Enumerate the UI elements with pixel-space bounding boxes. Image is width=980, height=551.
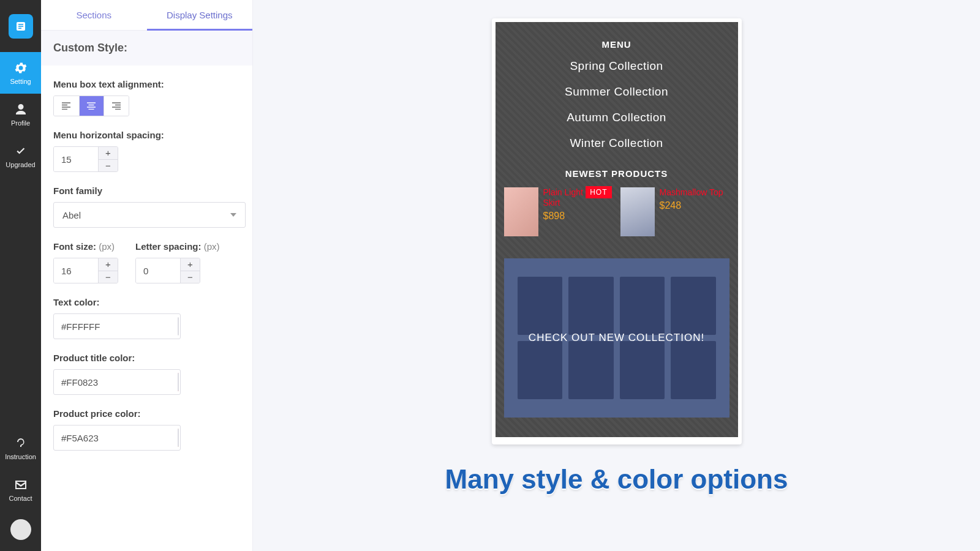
user-avatar[interactable] [10, 519, 31, 540]
hot-badge: HOT [586, 186, 611, 198]
alignment-label: Menu box text alignment: [53, 79, 240, 89]
textcolor-label: Text color: [53, 297, 240, 307]
align-center-icon [87, 102, 96, 110]
textcolor-field [53, 313, 181, 339]
preview-banner[interactable]: CHECK OUT NEW COLLECTION! [504, 258, 729, 418]
rail-instruction[interactable]: Instruction [0, 427, 41, 469]
banner-text: CHECK OUT NEW COLLECTION! [529, 332, 704, 344]
left-rail: Setting Profile Upgraded Instruction Con… [0, 0, 41, 551]
hspacing-stepper: + − [53, 146, 118, 172]
preview-menu-item[interactable]: Summer Collection [504, 85, 729, 99]
pricecolor-input[interactable] [61, 433, 178, 443]
letterspacing-increment[interactable]: + [181, 258, 200, 271]
hspacing-input[interactable] [54, 147, 98, 171]
preview-menu-item[interactable]: Spring Collection [504, 59, 729, 73]
rail-profile[interactable]: Profile [0, 94, 41, 135]
fontsize-stepper: + − [53, 258, 118, 283]
fontsize-label: Font size: (px) [53, 241, 118, 252]
fontsize-input[interactable] [54, 258, 98, 283]
svg-rect-2 [18, 26, 23, 27]
tab-display-settings[interactable]: Display Settings [147, 0, 253, 30]
tab-sections[interactable]: Sections [41, 0, 147, 30]
fontsize-increment[interactable]: + [99, 258, 118, 271]
pricecolor-label: Product price color: [53, 408, 240, 419]
fontfamily-value: Abel [62, 210, 81, 220]
align-right-icon [112, 102, 121, 110]
align-left-icon [62, 102, 70, 110]
alignment-group [53, 96, 129, 116]
question-icon [13, 436, 28, 451]
rail-label: Upgraded [6, 161, 35, 168]
section-header: Custom Style: [41, 31, 252, 66]
logo-icon [9, 14, 33, 39]
rail-label: Profile [11, 119, 30, 127]
product-thumb [620, 187, 655, 236]
product-title: Mashmallow Top [660, 187, 723, 198]
rail-label: Instruction [5, 453, 36, 460]
preview-menu-item[interactable]: Winter Collection [504, 137, 729, 150]
hspacing-increment[interactable]: + [99, 147, 118, 159]
fontfamily-select[interactable]: Abel [53, 202, 246, 228]
rail-label: Contact [9, 495, 32, 502]
app-logo [0, 0, 41, 52]
letterspacing-label: Letter spacing: (px) [135, 241, 220, 252]
letterspacing-input[interactable] [136, 258, 180, 283]
preview-canvas: MENU Spring Collection Summer Collection… [253, 0, 980, 551]
align-left-button[interactable] [54, 96, 79, 116]
preview-product[interactable]: Plain Light Coral Skirt $898 HOT [504, 187, 613, 236]
settings-panel: Sections Display Settings Custom Style: … [41, 0, 253, 551]
titlecolor-field [53, 369, 181, 395]
user-icon [13, 102, 28, 117]
chevron-down-icon [230, 213, 236, 217]
letterspacing-stepper: + − [135, 258, 200, 283]
check-icon [13, 144, 28, 159]
preview-newest-heading: NEWEST PRODUCTS [504, 168, 729, 179]
hspacing-decrement[interactable]: − [99, 159, 118, 172]
titlecolor-label: Product title color: [53, 353, 240, 363]
product-price: $248 [660, 200, 723, 211]
fontfamily-label: Font family [53, 186, 240, 196]
titlecolor-input[interactable] [61, 377, 178, 388]
preview-menu-list: Spring Collection Summer Collection Autu… [504, 59, 729, 150]
preview-scroll[interactable]: MENU Spring Collection Summer Collection… [496, 22, 738, 441]
hero-caption: Many style & color options [253, 464, 980, 495]
preview-product[interactable]: Mashmallow Top $248 [620, 187, 729, 236]
textcolor-input[interactable] [61, 321, 178, 332]
rail-label: Setting [10, 78, 31, 85]
product-price: $898 [543, 211, 613, 222]
svg-rect-3 [18, 28, 21, 29]
pricecolor-swatch[interactable] [178, 429, 179, 447]
letterspacing-decrement[interactable]: − [181, 271, 200, 283]
pricecolor-field [53, 425, 181, 451]
align-right-button[interactable] [104, 96, 129, 116]
fontsize-decrement[interactable]: − [99, 271, 118, 283]
titlecolor-swatch[interactable] [178, 373, 179, 391]
svg-rect-1 [18, 24, 23, 25]
product-thumb [504, 187, 538, 236]
rail-setting[interactable]: Setting [0, 52, 41, 94]
preview-menu-item[interactable]: Autumn Collection [504, 111, 729, 124]
preview-frame: MENU Spring Collection Summer Collection… [492, 18, 742, 444]
rail-upgraded[interactable]: Upgraded [0, 135, 41, 177]
align-center-button[interactable] [79, 96, 104, 116]
gear-icon [13, 61, 28, 75]
textcolor-swatch[interactable] [178, 317, 179, 335]
mail-icon [13, 478, 28, 492]
hspacing-label: Menu horizontal spacing: [53, 130, 240, 140]
preview-menu-heading: MENU [504, 39, 729, 50]
rail-contact[interactable]: Contact [0, 469, 41, 511]
